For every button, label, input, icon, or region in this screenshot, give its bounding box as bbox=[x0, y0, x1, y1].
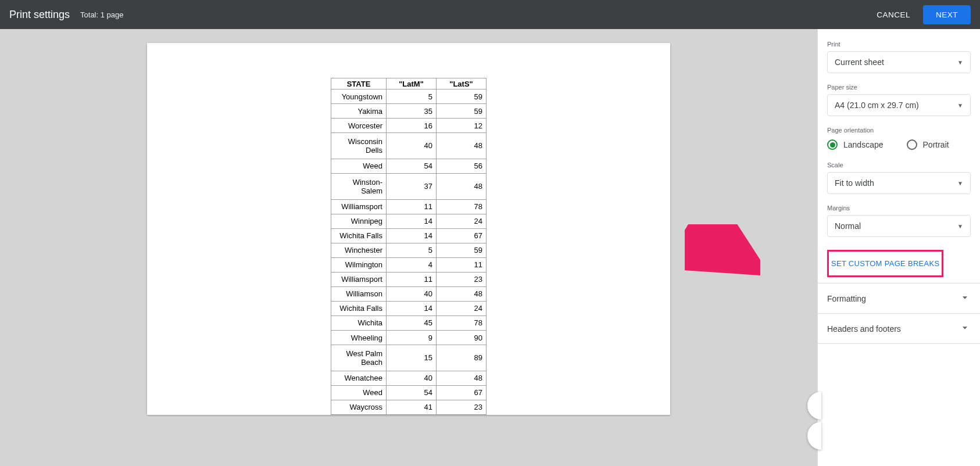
table-row: West Palm Beach1589 bbox=[331, 345, 487, 371]
orientation-label: Page orientation bbox=[827, 127, 971, 134]
table-cell: 15 bbox=[387, 345, 437, 371]
table-cell: 45 bbox=[387, 316, 437, 330]
formatting-expand[interactable]: Formatting bbox=[818, 283, 980, 313]
table-cell: 40 bbox=[387, 133, 437, 159]
table-cell: 23 bbox=[437, 400, 487, 414]
table-cell: 40 bbox=[387, 371, 437, 385]
table-cell: Weed bbox=[331, 385, 387, 400]
table-cell: Worcester bbox=[331, 119, 387, 133]
dropdown-arrow-icon: ▼ bbox=[957, 180, 963, 187]
table-row: Wenatchee4048 bbox=[331, 371, 487, 385]
table-row: Weed5467 bbox=[331, 385, 487, 400]
chevron-down-icon bbox=[959, 292, 971, 305]
print-select[interactable]: Current sheet ▼ bbox=[827, 51, 971, 73]
dropdown-arrow-icon: ▼ bbox=[957, 102, 963, 109]
table-cell: 48 bbox=[437, 371, 487, 385]
table-cell: 24 bbox=[437, 214, 487, 228]
paper-size-select[interactable]: A4 (21.0 cm x 29.7 cm) ▼ bbox=[827, 94, 971, 116]
page-count: Total: 1 page bbox=[80, 10, 123, 19]
table-cell: 4 bbox=[387, 257, 437, 272]
landscape-radio[interactable]: Landscape bbox=[827, 139, 884, 150]
chevron-down-icon bbox=[959, 322, 971, 335]
table-cell: Wisconsin Dells bbox=[331, 133, 387, 159]
table-cell: 59 bbox=[437, 104, 487, 119]
radio-unchecked-icon bbox=[907, 139, 917, 150]
scale-select[interactable]: Fit to width ▼ bbox=[827, 172, 971, 194]
margins-select[interactable]: Normal ▼ bbox=[827, 215, 971, 237]
table-cell: 11 bbox=[437, 257, 487, 272]
formatting-label: Formatting bbox=[827, 294, 866, 303]
table-cell: 78 bbox=[437, 316, 487, 330]
table-cell: 14 bbox=[387, 228, 437, 243]
dropdown-arrow-icon: ▼ bbox=[957, 59, 963, 66]
table-cell: Wichita Falls bbox=[331, 301, 387, 316]
table-cell: 59 bbox=[437, 243, 487, 257]
custom-page-breaks-button[interactable]: SET CUSTOM PAGE BREAKS bbox=[831, 254, 939, 273]
table-row: Williamsport1123 bbox=[331, 272, 487, 286]
table-cell: Wheeling bbox=[331, 331, 387, 345]
table-cell: 14 bbox=[387, 214, 437, 228]
table-cell: Wichita bbox=[331, 316, 387, 330]
table-cell: Williamson bbox=[331, 286, 387, 301]
table-row: Wisconsin Dells4048 bbox=[331, 133, 487, 159]
table-cell: 90 bbox=[437, 331, 487, 345]
table-header: "LatM" bbox=[387, 78, 437, 89]
table-cell: Winnipeg bbox=[331, 214, 387, 228]
table-cell: 40 bbox=[387, 286, 437, 301]
table-cell: 59 bbox=[437, 89, 487, 104]
headers-footers-expand[interactable]: Headers and footers bbox=[818, 313, 980, 344]
table-row: Youngstown559 bbox=[331, 89, 487, 104]
cancel-button[interactable]: CANCEL bbox=[864, 5, 923, 24]
table-cell: 11 bbox=[387, 199, 437, 214]
margins-value: Normal bbox=[835, 221, 861, 231]
settings-sidebar: Print Current sheet ▼ Paper size A4 (21.… bbox=[817, 29, 980, 466]
headers-footers-label: Headers and footers bbox=[827, 324, 901, 334]
table-cell: 67 bbox=[437, 228, 487, 243]
print-label: Print bbox=[827, 41, 971, 48]
table-cell: 14 bbox=[387, 301, 437, 316]
margins-label: Margins bbox=[827, 205, 971, 212]
data-table: STATE"LatM""LatS" Youngstown559Yakima355… bbox=[331, 78, 487, 415]
table-row: Waycross4123 bbox=[331, 400, 487, 414]
table-cell: Youngstown bbox=[331, 89, 387, 104]
portrait-radio[interactable]: Portrait bbox=[907, 139, 949, 150]
table-row: Wheeling990 bbox=[331, 331, 487, 345]
table-cell: 23 bbox=[437, 272, 487, 286]
table-row: Wichita Falls1424 bbox=[331, 301, 487, 316]
table-cell: 48 bbox=[437, 173, 487, 199]
print-select-value: Current sheet bbox=[835, 58, 884, 67]
table-row: Williamsport1178 bbox=[331, 199, 487, 214]
dropdown-arrow-icon: ▼ bbox=[957, 223, 963, 230]
radio-checked-icon bbox=[827, 139, 838, 150]
scale-value: Fit to width bbox=[835, 178, 874, 188]
table-cell: West Palm Beach bbox=[331, 345, 387, 371]
table-cell: 5 bbox=[387, 243, 437, 257]
header-bar: Print settings Total: 1 page CANCEL NEXT bbox=[0, 0, 980, 29]
table-cell: 89 bbox=[437, 345, 487, 371]
table-row: Winston-Salem3748 bbox=[331, 173, 487, 199]
preview-page: STATE"LatM""LatS" Youngstown559Yakima355… bbox=[147, 43, 670, 415]
portrait-label: Portrait bbox=[923, 140, 949, 149]
annotation-highlight: SET CUSTOM PAGE BREAKS bbox=[827, 250, 943, 277]
table-cell: 9 bbox=[387, 331, 437, 345]
table-cell: 37 bbox=[387, 173, 437, 199]
table-cell: 5 bbox=[387, 89, 437, 104]
paper-size-label: Paper size bbox=[827, 84, 971, 91]
next-button[interactable]: NEXT bbox=[923, 5, 971, 24]
table-cell: Williamsport bbox=[331, 272, 387, 286]
table-cell: 54 bbox=[387, 159, 437, 173]
table-row: Weed5456 bbox=[331, 159, 487, 173]
table-cell: 48 bbox=[437, 286, 487, 301]
table-row: Winchester559 bbox=[331, 243, 487, 257]
table-cell: 78 bbox=[437, 199, 487, 214]
table-cell: 41 bbox=[387, 400, 437, 414]
table-row: Yakima3559 bbox=[331, 104, 487, 119]
landscape-label: Landscape bbox=[843, 140, 884, 149]
table-row: Wichita4578 bbox=[331, 316, 487, 330]
table-cell: 56 bbox=[437, 159, 487, 173]
table-cell: 48 bbox=[437, 133, 487, 159]
table-row: Worcester1612 bbox=[331, 119, 487, 133]
table-cell: 35 bbox=[387, 104, 437, 119]
table-row: Wichita Falls1467 bbox=[331, 228, 487, 243]
table-cell: Wichita Falls bbox=[331, 228, 387, 243]
